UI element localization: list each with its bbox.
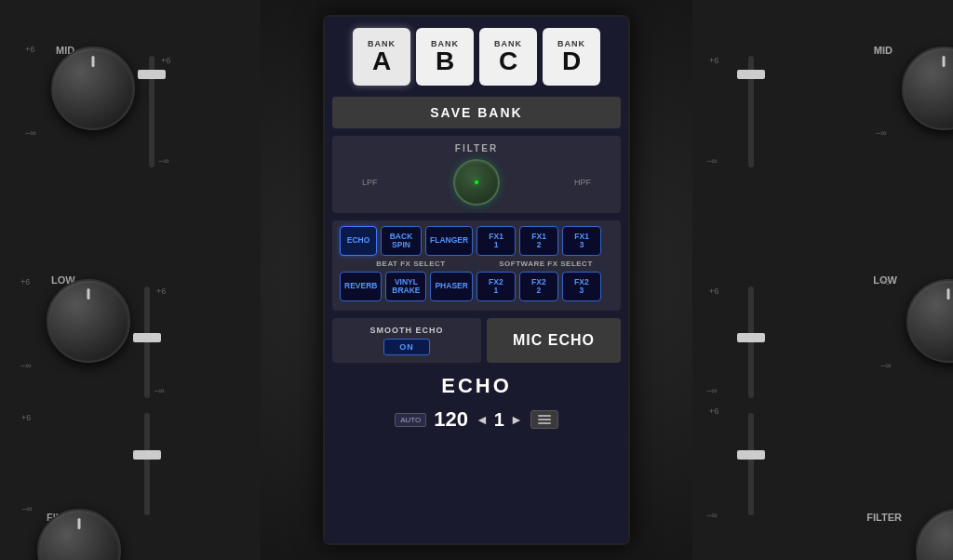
filter-title: FILTER	[455, 143, 498, 153]
bank-row: BANK A BANK B BANK C BANK D	[325, 17, 628, 93]
sw-fx2-1-btn[interactable]: FX21	[476, 272, 516, 301]
beat-prev-arrow[interactable]: ◄	[476, 412, 489, 427]
left-low-knob[interactable]	[47, 279, 130, 363]
echo-title-row: ECHO	[325, 367, 628, 402]
menu-line-3	[538, 422, 551, 424]
right-mid-fader-track	[748, 56, 754, 167]
left-low-fader-top: +6	[156, 287, 166, 296]
smooth-echo-on-button[interactable]: ON	[383, 339, 430, 355]
right-mid-scale-bot: −∞	[876, 128, 887, 138]
beat-fx-backspin-label: BACKSPIN	[390, 233, 413, 250]
left-filter-fader-track	[144, 413, 150, 515]
menu-line-2	[538, 419, 551, 420]
smooth-echo-box: SMOOTH ECHO ON	[332, 318, 481, 363]
filter-knob-area: LPF HPF	[343, 159, 610, 206]
save-bank-label: SAVE BANK	[430, 105, 522, 120]
beat-fx-flanger-btn[interactable]: FLANGER	[425, 226, 473, 256]
mixer-body: MID +6 −∞ +6 −∞ LOW +6 −∞ +6 −∞ FILTER	[0, 0, 953, 560]
left-low-scale-bot: −∞	[20, 361, 32, 370]
sw-fx1-3-btn[interactable]: FX13	[562, 226, 601, 256]
save-bank-button[interactable]: SAVE BANK	[332, 97, 621, 128]
sw-fx1-1-btn[interactable]: FX11	[476, 226, 516, 256]
left-low-fader-bot: −∞	[154, 386, 165, 395]
echo-title: ECHO	[441, 374, 512, 397]
right-panel: MID +6 −∞ +6 −∞ LOW +6 −∞ +6 −∞ FILTER	[692, 0, 953, 560]
auto-badge: AUTO	[395, 413, 426, 427]
filter-lpf-label: LPF	[362, 178, 378, 187]
left-mid-scale-top: +6	[25, 45, 34, 54]
bank-c-button[interactable]: BANK C	[479, 28, 537, 86]
beat-fx-reverb-btn[interactable]: REVERB	[340, 272, 382, 301]
bank-a-letter: A	[372, 48, 391, 74]
sw-fx1-2-label: FX12	[531, 233, 546, 250]
sw-fx1-2-btn[interactable]: FX12	[519, 226, 558, 256]
beat-fx-echo-btn[interactable]: ECHO	[340, 226, 377, 256]
software-fx-select-label: SOFTWARE FX SELECT	[478, 260, 613, 268]
left-mid-fader-track	[149, 56, 154, 167]
left-filter-scale-top: +6	[21, 413, 31, 422]
filter-knob[interactable]	[453, 159, 500, 206]
echo-section: SMOOTH ECHO ON MIC ECHO	[332, 318, 621, 363]
bank-d-letter: D	[562, 48, 581, 74]
screen-content: BANK A BANK B BANK C BANK D SAVE BANK	[325, 17, 628, 543]
right-mid-fader-bot: −∞	[706, 156, 718, 166]
beat-fx-vinylbrake-btn[interactable]: VINYLBRAKE	[385, 272, 426, 301]
right-mid-scale-top: +6	[876, 45, 885, 54]
right-low-fader-bot: −∞	[706, 386, 718, 395]
smooth-echo-label: SMOOTH ECHO	[369, 326, 443, 335]
left-low-fader-handle[interactable]	[133, 333, 161, 342]
right-low-knob[interactable]	[906, 279, 953, 363]
bpm-display: 120	[434, 407, 468, 432]
sw-fx2-3-btn[interactable]: FX23	[562, 272, 601, 301]
right-low-fader-track	[748, 287, 754, 398]
right-mid-knob[interactable]	[902, 47, 953, 130]
bottom-controls: AUTO 120 ◄ 1 ►	[325, 402, 628, 437]
beat-fx-select-label: BEAT FX SELECT	[340, 260, 478, 268]
left-mid-fader-handle[interactable]	[138, 70, 166, 79]
right-filter-fader-top: +6	[709, 407, 718, 416]
right-mid-fader-top: +6	[709, 56, 718, 65]
bank-b-button[interactable]: BANK B	[416, 28, 474, 86]
bank-d-button[interactable]: BANK D	[543, 28, 600, 86]
left-low-fader-track	[144, 287, 150, 398]
sw-fx2-1-label: FX21	[489, 278, 503, 296]
menu-button[interactable]	[530, 410, 558, 429]
left-low-scale-top: +6	[20, 277, 30, 287]
right-low-scale-top: +6	[880, 277, 890, 287]
left-mid-scale-bot: −∞	[25, 128, 36, 138]
fx-labels-row: BEAT FX SELECT SOFTWARE FX SELECT	[340, 260, 613, 268]
right-filter-fader-handle[interactable]	[737, 450, 765, 460]
filter-hpf-label: HPF	[574, 178, 591, 187]
right-low-fader-handle[interactable]	[737, 333, 765, 342]
bank-b-letter: B	[436, 48, 454, 74]
right-filter-fader-bot: −∞	[706, 511, 718, 520]
beat-nav: ◄ 1 ►	[476, 409, 523, 431]
bank-a-button[interactable]: BANK A	[353, 28, 410, 86]
right-filter-knob[interactable]	[916, 509, 953, 560]
right-low-fader-top: +6	[709, 287, 718, 296]
beat-fx-backspin-btn[interactable]: BACKSPIN	[381, 226, 422, 256]
beat-fx-vinylbrake-label: VINYLBRAKE	[392, 278, 420, 296]
beat-number: 1	[494, 409, 504, 431]
beat-next-arrow[interactable]: ►	[510, 412, 523, 427]
fx-row-1: ECHO BACKSPIN FLANGER FX11 FX12 FX13	[340, 226, 613, 256]
left-filter-fader-handle[interactable]	[133, 450, 161, 460]
right-filter-fader-track	[748, 413, 754, 515]
left-mid-knob[interactable]	[51, 47, 135, 130]
sw-fx2-2-btn[interactable]: FX22	[519, 272, 558, 301]
left-panel: MID +6 −∞ +6 −∞ LOW +6 −∞ +6 −∞ FILTER	[0, 0, 261, 560]
mic-echo-button[interactable]: MIC ECHO	[487, 318, 621, 363]
center-screen: BANK A BANK B BANK C BANK D SAVE BANK	[323, 15, 630, 545]
right-filter-label: FILTER	[866, 512, 902, 523]
bank-c-letter: C	[499, 48, 517, 74]
mic-echo-label: MIC ECHO	[513, 332, 595, 349]
beat-fx-phaser-btn[interactable]: PHASER	[430, 272, 472, 301]
right-low-scale-bot: −∞	[880, 361, 892, 370]
sw-fx1-3-label: FX13	[574, 233, 589, 250]
right-mid-fader-handle[interactable]	[737, 70, 765, 79]
filter-section: FILTER LPF HPF	[332, 136, 621, 213]
sw-fx2-3-label: FX23	[574, 278, 589, 296]
fx-select-section: ECHO BACKSPIN FLANGER FX11 FX12 FX13	[332, 220, 621, 311]
sw-fx2-2-label: FX22	[531, 278, 546, 296]
sw-fx1-1-label: FX11	[489, 233, 503, 250]
